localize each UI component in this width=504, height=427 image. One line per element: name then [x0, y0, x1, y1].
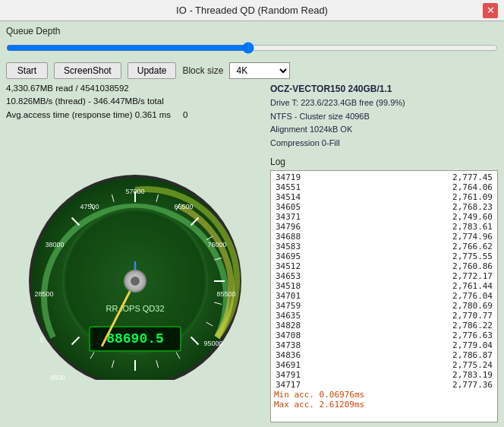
- log-row: 347012,776.04: [274, 291, 494, 301]
- svg-point-29: [131, 277, 140, 286]
- queue-section: Queue Depth: [6, 26, 498, 56]
- log-row: 345512,764.06: [274, 182, 494, 192]
- log-row: 346532,772.17: [274, 271, 494, 281]
- log-row: 346952,775.55: [274, 251, 494, 261]
- log-row: 347912,783.19: [274, 370, 494, 380]
- stats-section: 4,330.67MB read / 4541038592 10.826MB/s …: [6, 82, 264, 122]
- device-drive: Drive T: 223.6/223.4GB free (99.9%): [270, 96, 498, 110]
- log-row: 348282,786.22: [274, 321, 494, 331]
- tick-28500: 28500: [34, 290, 53, 298]
- tick-76000: 76000: [207, 241, 226, 248]
- log-row: 346052,768.23: [274, 202, 494, 212]
- tick-47500: 47500: [80, 203, 99, 210]
- log-row: 345182,761.44: [274, 281, 494, 291]
- block-size-select[interactable]: 512B1K2K4K8K16K32K64K128K256K512K1M2M4M8…: [229, 62, 290, 79]
- tick-66500: 66500: [174, 203, 193, 210]
- main-container: Queue Depth Start ScreenShot Update Bloc…: [0, 21, 504, 427]
- close-button[interactable]: ✕: [483, 3, 498, 18]
- log-row: 347082,776.63: [274, 331, 494, 340]
- window-title: IO - Threaded QD (Random Read): [21, 5, 483, 16]
- log-row: 345832,766.62: [274, 242, 494, 251]
- device-name: OCZ-VECTOR150 240GB/1.1: [270, 82, 498, 96]
- update-button[interactable]: Update: [128, 62, 177, 79]
- device-compression: Compression 0-Fill: [270, 137, 498, 150]
- queue-depth-slider[interactable]: [6, 40, 498, 56]
- left-panel: 4,330.67MB read / 4541038592 10.826MB/s …: [6, 82, 264, 422]
- log-row: 348362,786.87: [274, 350, 494, 360]
- log-row: 346352,770.77: [274, 311, 494, 321]
- log-box[interactable]: 347192,777.45345512,764.06345142,761.093…: [270, 170, 498, 422]
- log-row: 345122,760.86: [274, 261, 494, 271]
- gauge-svg: 88690.5 RR IOPS QD32 0 9500: [21, 167, 249, 380]
- stat-line3: Avg.access time (response time) 0.361 ms: [6, 109, 171, 122]
- log-row: 345142,761.09: [274, 192, 494, 202]
- device-alignment: Alignment 1024kB OK: [270, 123, 498, 137]
- tick-57000: 57000: [125, 188, 144, 195]
- queue-depth-label: Queue Depth: [6, 26, 498, 36]
- log-row: 343712,749.60: [274, 212, 494, 222]
- title-bar: IO - Threaded QD (Random Read) ✕: [0, 0, 504, 21]
- tick-9500: 9500: [50, 374, 65, 380]
- tick-38000: 38000: [45, 241, 64, 248]
- log-row: 347382,779.04: [274, 340, 494, 350]
- tick-85500: 85500: [216, 290, 235, 298]
- content-area: 4,330.67MB read / 4541038592 10.826MB/s …: [6, 82, 498, 422]
- gauge-label: RR IOPS QD32: [106, 304, 164, 313]
- right-panel: OCZ-VECTOR150 240GB/1.1 Drive T: 223.6/2…: [270, 82, 498, 422]
- controls-row: Start ScreenShot Update Block size 512B1…: [6, 62, 498, 79]
- stat-line1: 4,330.67MB read / 4541038592: [6, 82, 264, 95]
- log-min-acc: Min acc. 0.06976ms: [274, 390, 494, 400]
- block-size-label: Block size: [182, 65, 223, 76]
- log-row: 347192,777.45: [274, 172, 494, 182]
- log-row: 346912,775.24: [274, 360, 494, 370]
- log-max-acc: Max acc. 2.61209ms: [274, 400, 494, 410]
- tick-95000: 95000: [203, 340, 222, 347]
- screenshot-button[interactable]: ScreenShot: [54, 62, 121, 79]
- tick-0: 0: [39, 336, 43, 343]
- device-ntfs: NTFS - Cluster size 4096B: [270, 110, 498, 124]
- log-row: 347592,780.69: [274, 301, 494, 311]
- log-row: 346882,774.96: [274, 232, 494, 242]
- log-label: Log: [270, 157, 498, 167]
- device-info: OCZ-VECTOR150 240GB/1.1 Drive T: 223.6/2…: [270, 82, 498, 150]
- stat-line2: 10.826MB/s (thread) - 346.447MB/s total: [6, 95, 264, 108]
- gauge-value-display: 88690.5: [106, 331, 164, 346]
- log-row: 347962,783.61: [274, 222, 494, 232]
- gauge-container: 88690.5 RR IOPS QD32 0 9500: [6, 125, 264, 422]
- stat-counter: 0: [183, 109, 187, 122]
- log-row: 347172,777.36: [274, 380, 494, 390]
- start-button[interactable]: Start: [6, 62, 48, 79]
